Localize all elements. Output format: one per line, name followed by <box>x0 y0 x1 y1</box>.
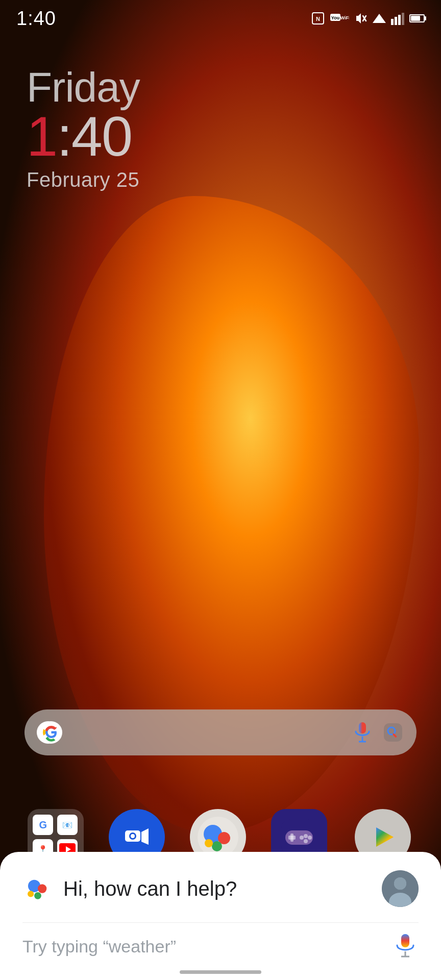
assistant-banner: Hi, how can I help? Try typing “weather” <box>0 852 441 980</box>
assistant-mic-icon[interactable] <box>392 933 419 960</box>
svg-text:N: N <box>316 16 320 22</box>
clock-hour: 1 <box>27 105 57 167</box>
nfc-icon: N <box>311 12 325 25</box>
clock-date: February 25 <box>27 168 140 191</box>
clock-time: 1:40 <box>27 108 140 164</box>
svg-point-46 <box>28 891 34 897</box>
svg-rect-18 <box>384 723 402 742</box>
signal-bars-icon <box>391 12 404 25</box>
assistant-greeting-text: Hi, how can I help? <box>63 877 368 900</box>
status-icons: N You WiFi <box>311 12 425 25</box>
svg-point-40 <box>300 836 304 840</box>
google-search-bar[interactable]: G <box>24 709 416 755</box>
svg-text:You: You <box>331 15 339 20</box>
svg-point-45 <box>34 892 41 899</box>
assistant-logo-dots <box>22 875 49 902</box>
svg-rect-15 <box>359 722 366 733</box>
wifi-icon <box>373 12 386 25</box>
google-gmail-sub: 📧 <box>57 815 78 835</box>
battery-icon <box>409 14 425 22</box>
assistant-top: Hi, how can I help? <box>22 870 419 907</box>
assistant-input-row[interactable]: Try typing “weather” <box>22 922 419 968</box>
svg-point-32 <box>205 839 213 847</box>
svg-rect-10 <box>398 15 401 25</box>
svg-point-44 <box>38 884 46 893</box>
google-g-color-icon <box>40 721 62 744</box>
user-avatar[interactable] <box>382 870 419 907</box>
home-indicator <box>180 970 261 974</box>
status-time: 1:40 <box>16 8 56 30</box>
svg-point-38 <box>308 836 312 840</box>
status-bar: 1:40 N You WiFi <box>0 0 441 37</box>
svg-rect-51 <box>401 934 409 947</box>
svg-point-31 <box>212 841 222 851</box>
assistant-input-placeholder: Try typing “weather” <box>22 937 382 957</box>
svg-rect-8 <box>391 19 394 25</box>
svg-rect-9 <box>395 17 397 25</box>
google-g-sub: G <box>33 815 53 835</box>
mute-icon <box>354 12 368 25</box>
svg-rect-11 <box>402 13 404 25</box>
lens-icon[interactable] <box>382 721 404 744</box>
clock-widget: Friday 1:40 February 25 <box>27 66 140 191</box>
svg-rect-36 <box>290 834 293 842</box>
svg-point-39 <box>304 839 308 843</box>
svg-point-50 <box>394 877 406 890</box>
clock-day: Friday <box>27 66 140 108</box>
svg-point-27 <box>131 834 135 838</box>
youtube-wifi-icon: You WiFi <box>330 12 349 25</box>
svg-marker-7 <box>373 14 386 23</box>
clock-minutes: :40 <box>57 105 132 167</box>
svg-point-37 <box>304 834 308 838</box>
mic-icon[interactable] <box>351 721 374 744</box>
svg-text:WiFi: WiFi <box>340 15 349 20</box>
